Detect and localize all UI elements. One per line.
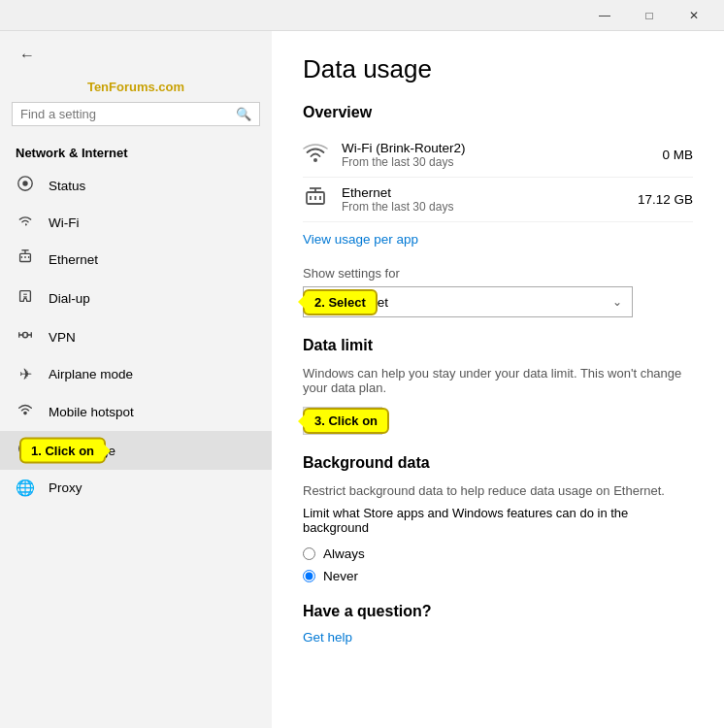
status-icon xyxy=(16,175,35,196)
svg-point-1 xyxy=(22,181,27,185)
search-box[interactable]: 🔍 xyxy=(12,102,260,126)
sidebar-item-vpn[interactable]: VPN xyxy=(0,317,272,356)
svg-point-15 xyxy=(313,158,317,162)
ethernet-size: 17.12 GB xyxy=(638,192,693,207)
wifi-name: Wi-Fi (Brink-Router2) xyxy=(342,141,648,155)
sidebar-label-status: Status xyxy=(49,179,85,193)
data-limit-section: Data limit Windows can help you stay und… xyxy=(303,337,693,435)
ethernet-sub: From the last 30 days xyxy=(342,200,624,214)
sidebar-item-airplane[interactable]: ✈ Airplane mode xyxy=(0,356,272,392)
sidebar-item-proxy[interactable]: 🌐 Proxy xyxy=(0,470,272,506)
main-container: ← TenForums.com 🔍 Network & Internet Sta… xyxy=(0,31,724,728)
set-limit-row: Set limit 3. Click on xyxy=(303,407,693,435)
callout-select-dropdown: 2. Select xyxy=(303,289,378,315)
watermark: TenForums.com xyxy=(0,76,272,102)
wifi-sub: From the last 30 days xyxy=(342,155,648,169)
view-usage-link[interactable]: View usage per app xyxy=(303,232,693,247)
close-button[interactable]: ✕ xyxy=(672,0,716,31)
bg-data-section: Background data Restrict background data… xyxy=(303,454,693,587)
window-controls: — □ ✕ xyxy=(582,0,716,31)
minimize-button[interactable]: — xyxy=(582,0,627,31)
get-help-link[interactable]: Get help xyxy=(303,630,352,645)
radio-never-row: Never xyxy=(303,565,693,587)
search-input[interactable] xyxy=(20,107,230,121)
vpn-icon xyxy=(16,326,35,347)
radio-always-label: Always xyxy=(323,546,365,561)
content-area: Data usage Overview Wi-Fi (Brink-Router2… xyxy=(272,31,724,728)
show-settings-label: Show settings for xyxy=(303,266,693,281)
sidebar-item-status[interactable]: Status xyxy=(0,166,272,205)
radio-always[interactable] xyxy=(303,547,315,560)
radio-never[interactable] xyxy=(303,570,315,582)
sidebar-label-wifi: Wi-Fi xyxy=(49,215,79,230)
maximize-button[interactable]: □ xyxy=(627,0,672,31)
sidebar-label-hotspot: Mobile hotspot xyxy=(49,405,134,419)
overview-wifi-icon xyxy=(303,142,328,169)
sidebar-label-ethernet: Ethernet xyxy=(49,252,98,267)
search-icon: 🔍 xyxy=(236,107,251,121)
callout-click-datausage: 1. Click on xyxy=(19,438,106,464)
ethernet-icon xyxy=(16,248,35,270)
data-limit-desc: Windows can help you stay under your dat… xyxy=(303,366,693,395)
bg-data-limit-label: Limit what Store apps and Windows featur… xyxy=(303,506,693,535)
radio-always-row: Always xyxy=(303,543,693,565)
sidebar-label-airplane: Airplane mode xyxy=(49,367,133,381)
sidebar-item-datausage-wrapper: Data usage 1. Click on xyxy=(0,431,272,470)
svg-point-13 xyxy=(23,412,27,415)
sidebar-nav-top: ← xyxy=(0,31,272,76)
back-button[interactable]: ← xyxy=(16,43,39,68)
radio-never-label: Never xyxy=(323,569,358,583)
bg-data-title: Background data xyxy=(303,454,693,472)
bg-data-desc: Restrict background data to help reduce … xyxy=(303,483,693,498)
dialup-icon xyxy=(16,287,35,309)
sidebar-item-ethernet[interactable]: Ethernet xyxy=(0,240,272,279)
airplane-icon: ✈ xyxy=(16,365,35,383)
sidebar-label-vpn: VPN xyxy=(49,330,76,345)
overview-item-ethernet: Ethernet From the last 30 days 17.12 GB xyxy=(303,178,693,222)
sidebar-item-wifi[interactable]: Wi-Fi xyxy=(0,205,272,240)
title-bar: — □ ✕ xyxy=(0,0,724,31)
sidebar: ← TenForums.com 🔍 Network & Internet Sta… xyxy=(0,31,272,728)
sidebar-label-proxy: Proxy xyxy=(49,480,82,495)
sidebar-section-title: Network & Internet xyxy=(0,138,272,166)
overview-item-wifi: Wi-Fi (Brink-Router2) From the last 30 d… xyxy=(303,133,693,178)
have-question-title: Have a question? xyxy=(303,603,693,620)
sidebar-item-dialup[interactable]: Dial-up xyxy=(0,279,272,317)
wifi-icon xyxy=(16,214,35,231)
data-limit-title: Data limit xyxy=(303,337,693,354)
overview-ethernet-icon xyxy=(303,186,328,214)
dropdown-arrow-icon: ⌄ xyxy=(612,295,622,309)
overview-title: Overview xyxy=(303,104,693,121)
dropdown-row: Ethernet ⌄ 2. Select xyxy=(303,286,693,317)
page-title: Data usage xyxy=(303,54,693,84)
wifi-size: 0 MB xyxy=(662,148,693,162)
hotspot-icon xyxy=(16,401,35,422)
sidebar-item-hotspot[interactable]: Mobile hotspot xyxy=(0,392,272,431)
callout-set-limit: 3. Click on xyxy=(303,408,389,434)
sidebar-label-dialup: Dial-up xyxy=(49,291,90,306)
ethernet-name: Ethernet xyxy=(342,185,624,200)
proxy-icon: 🌐 xyxy=(16,479,35,497)
